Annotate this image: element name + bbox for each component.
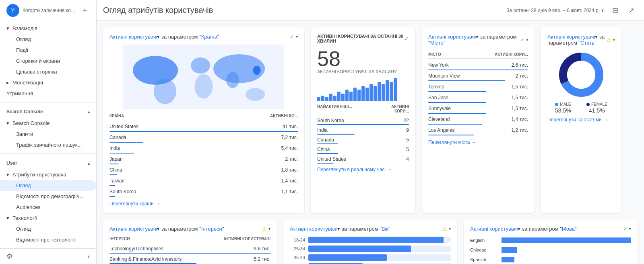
age-card-header: Активні користувачі▾ за параметром "Вік"…: [290, 226, 451, 232]
age-chart: 18-24 25-34 35-44 45-54: [290, 237, 451, 264]
age-bar-track-1: [308, 246, 451, 252]
sidebar-item-search-console[interactable]: ▾ Search Console: [0, 118, 96, 129]
svg-point-3: [191, 57, 210, 74]
add-property-button[interactable]: +: [80, 6, 90, 15]
country-card-title: Активні користувачі▾ за параметром "Краї…: [109, 34, 219, 40]
country-card-actions: ✓ ▾: [290, 34, 298, 40]
city-bar-2: [428, 91, 486, 92]
chevron-icon: ▾: [6, 25, 9, 31]
view-realtime-link[interactable]: Переглянути в реальному часі →: [317, 167, 409, 172]
nav-user-section: User ▴ ▾ Атрибути користувача Огляд Відо…: [0, 156, 96, 247]
age-bar-track-0: [308, 237, 451, 243]
rt-bar-17: [386, 80, 389, 101]
realtime-card-header: АКТИВНІ КОРИСТУВАЧІ ЗА ОСТАННІ 30 ХВИЛИН…: [317, 34, 409, 43]
dropdown-chevron-icon[interactable]: ▾: [296, 35, 298, 39]
nav-engagement-label[interactable]: ▾ Взаємодія: [0, 23, 96, 34]
rt-row-3: China5: [317, 146, 409, 154]
city-row-3: San Jose1,5 тис.: [428, 93, 528, 104]
settings-icon[interactable]: ⚙: [6, 252, 13, 261]
lang-bar-fill-1: [502, 247, 517, 253]
interests-dropdown-chevron[interactable]: ▾: [268, 227, 270, 231]
content-area: Активні користувачі▾ за параметром "Краї…: [97, 21, 644, 264]
main-content: Огляд атрибутів користувачів За останні …: [97, 0, 644, 264]
city-bar-4: [428, 113, 486, 114]
view-gender-link[interactable]: Переглянути за статями →: [547, 117, 615, 123]
interests-table-header: ІНТЕРЕСИ АКТИВНІ КОРИСТУВАЧІ: [109, 237, 270, 243]
sidebar-item-pages[interactable]: Сторінки й екрани: [0, 55, 96, 66]
sidebar-item-tech-overview[interactable]: Огляд: [0, 223, 96, 234]
rt-bar-4: [317, 163, 334, 164]
city-bar-6: [428, 135, 474, 135]
age-dropdown-chevron[interactable]: ▾: [449, 227, 451, 231]
interests-card: Активні користувачі▾ за параметром "Інте…: [103, 219, 277, 264]
svg-point-4: [195, 74, 213, 99]
sidebar-item-user-attributes[interactable]: ▾ Атрибути користувача: [0, 169, 96, 180]
sidebar-item-demographics[interactable]: Відомості про демографіч...: [0, 191, 96, 202]
nav-engagement: ▾ Взаємодія Огляд Події Сторінки й екран…: [0, 21, 96, 100]
sidebar-item-queries[interactable]: Запити: [0, 129, 96, 139]
language-card-header: Активні користувачі▾ за параметром "Мова…: [470, 226, 631, 232]
language-dropdown-chevron[interactable]: ▾: [629, 227, 631, 231]
city-table: МІСТО АКТИВНІ КОРИ... New York2,6 тис. M…: [428, 51, 528, 136]
city-row-1: Mountain View2 тис.: [428, 71, 528, 82]
sidebar-item-events[interactable]: Події: [0, 45, 96, 55]
rt-bar-3: [317, 153, 338, 154]
city-dropdown-chevron[interactable]: ▾: [526, 38, 528, 42]
sidebar-item-monetization[interactable]: ▸ Монетизація: [0, 77, 96, 88]
gender-dropdown-chevron[interactable]: ▾: [613, 38, 615, 42]
rt-bar-13: [369, 84, 373, 101]
rt-bar-1: [321, 96, 324, 101]
topbar-actions: ⊟ ↗: [609, 4, 638, 17]
sidebar-header: Y Когорти залучення корис... +: [0, 0, 96, 21]
realtime-label: АКТИВНІ КОРИСТУВАЧІ ЗА ХВИЛИНУ: [317, 69, 409, 74]
chevron-icon3: ▾: [6, 215, 9, 221]
age-bar-track-2: [308, 254, 451, 261]
country-row-0: United States41 тис.: [109, 122, 298, 133]
rt-bar-5: [337, 92, 341, 101]
date-range-selector[interactable]: За останні 28 днів 9 вер. – 6 жовт. 2024…: [506, 8, 604, 13]
avatar: Y: [6, 4, 19, 17]
city-row-0: New York2,6 тис.: [428, 60, 528, 71]
collapse-button[interactable]: ‹: [87, 252, 90, 261]
svg-point-7: [246, 88, 265, 101]
sidebar-item-overview-active[interactable]: Огляд: [0, 180, 96, 191]
compare-button[interactable]: ⊟: [609, 4, 621, 17]
page-title: Огляд атрибутів користувачів: [103, 6, 502, 15]
chevron-icon: ▾: [6, 120, 9, 126]
female-value: 41,5%: [589, 107, 605, 114]
view-cities-link[interactable]: Переглянути міста →: [428, 139, 528, 145]
country-row-2: India5,4 тис.: [109, 143, 298, 154]
age-status-warn-icon: ⚠: [442, 226, 447, 232]
row1: Активні користувачі▾ за параметром "Краї…: [103, 27, 638, 213]
interests-card-header: Активні користувачі▾ за параметром "Інте…: [109, 226, 270, 232]
interests-table: ІНТЕРЕСИ АКТИВНІ КОРИСТУВАЧІ Technology/…: [109, 237, 270, 264]
female-dot: [586, 103, 590, 106]
gender-card-header: Активні користувачі▾ за параметром "Стат…: [547, 34, 615, 46]
sidebar: Y Когорти залучення корис... + ▾ Взаємод…: [0, 0, 97, 264]
sidebar-item-landing[interactable]: Цільова сторінка: [0, 66, 96, 77]
country-row-3: Japan2 тис.: [109, 154, 298, 165]
lang-row-0: English: [470, 237, 631, 244]
sidebar-item-retention[interactable]: Утримання: [0, 88, 96, 99]
rt-table-header: НАЙАКТИВНІШІ... АКТИВНІ КОРИ...: [317, 104, 409, 115]
sidebar-item-traffic[interactable]: Трафік звичайного пошук...: [0, 139, 96, 150]
country-card: Активні користувачі▾ за параметром "Краї…: [103, 27, 304, 213]
view-countries-link[interactable]: Переглянути країни →: [109, 201, 298, 207]
svg-point-12: [567, 61, 595, 89]
city-card-title: Активні користувачі▾ за параметром "Міст…: [428, 34, 520, 46]
lang-bar-track-0: [502, 237, 631, 243]
gender-donut-chart: [547, 51, 615, 99]
language-card: Активні користувачі▾ за параметром "Мова…: [464, 219, 638, 264]
realtime-card: АКТИВНІ КОРИСТУВАЧІ ЗА ОСТАННІ 30 ХВИЛИН…: [311, 27, 415, 213]
sidebar-item-tech[interactable]: ▾ Технології: [0, 213, 96, 223]
lang-row-1: Chinese: [470, 246, 631, 254]
sidebar-item-audiences[interactable]: Audiences: [0, 202, 96, 213]
share-button[interactable]: ↗: [625, 4, 638, 17]
male-value: 58,5%: [555, 107, 571, 114]
lang-bar-fill-0: [502, 237, 631, 243]
sidebar-item-overview1[interactable]: Огляд: [0, 34, 96, 45]
language-chart: English Chinese Spanish Japanese: [470, 237, 631, 264]
sidebar-item-tech-details[interactable]: Відомості про технології: [0, 234, 96, 245]
rt-row-1: India9: [317, 127, 409, 135]
rt-bar-0: [317, 97, 320, 101]
